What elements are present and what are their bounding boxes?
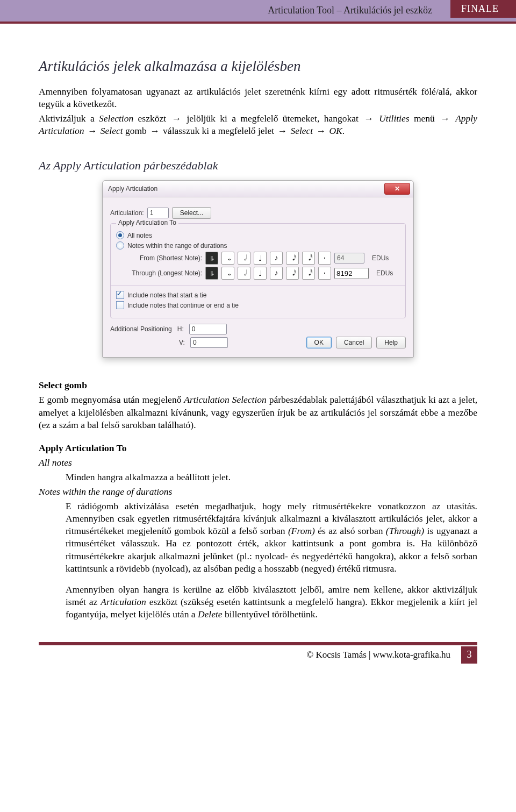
ok-button[interactable]: OK — [306, 337, 332, 348]
note-quarter-icon[interactable]: ♩ — [254, 252, 267, 265]
select-heading: Select gomb — [39, 379, 477, 391]
page-footer: © Kocsis Tamás | www.kota-grafika.hu 3 — [39, 642, 477, 664]
note-sixteenth-icon-2[interactable]: 𝅘𝅥𝅯 — [286, 267, 299, 280]
note-thirtysecond-icon-2[interactable]: 𝅘𝅥𝅰 — [302, 267, 315, 280]
note-double-whole-icon[interactable]: |𝅝| — [205, 252, 218, 265]
from-label: From (Shortest Note): — [127, 254, 202, 262]
checkbox-end-tie[interactable] — [116, 301, 124, 309]
apply-to-heading: Apply Articulation To — [39, 442, 477, 454]
through-label: Through (Longest Note): — [127, 269, 202, 277]
note-quarter-icon-2[interactable]: ♩ — [254, 267, 267, 280]
intro-paragraph-2: Aktivizáljuk a Selection eszközt → jelöl… — [39, 112, 477, 137]
checkbox-start-tie-label: Include notes that start a tie — [127, 291, 206, 299]
pos-v-input[interactable] — [190, 337, 228, 348]
intro-paragraph-1: Amennyiben folyamatosan ugyanazt az arti… — [39, 86, 477, 110]
page-header: Articulation Tool – Artikulációs jel esz… — [0, 0, 516, 24]
close-button[interactable]: ✕ — [384, 183, 410, 195]
all-notes-desc: Minden hangra alkalmazza a beállított je… — [66, 471, 477, 483]
note-double-whole-icon-2[interactable]: |𝅝| — [205, 267, 218, 280]
footer-text: © Kocsis Tamás | www.kota-grafika.hu — [306, 650, 450, 660]
note-thirtysecond-icon[interactable]: 𝅘𝅥𝅰 — [302, 252, 315, 265]
select-button[interactable]: Select... — [172, 207, 211, 219]
pos-h-input[interactable] — [189, 324, 227, 334]
range-label: Notes within the range of durations — [39, 486, 477, 498]
divider — [111, 285, 405, 286]
select-paragraph: E gomb megnyomása után megjelenő Articul… — [39, 394, 477, 431]
through-edus-label: EDUs — [376, 269, 393, 277]
apply-articulation-dialog: Apply Articulation ✕ Articulation: Selec… — [102, 180, 414, 358]
note-whole-icon-2[interactable]: 𝅝 — [221, 267, 234, 280]
additional-positioning-label: Additional Positioning — [110, 325, 172, 333]
dialog-titlebar[interactable]: Apply Articulation ✕ — [103, 181, 413, 197]
pos-h-label: H: — [177, 325, 184, 333]
from-edus-input[interactable] — [334, 253, 364, 263]
section-title-2: Az Apply Articulation párbeszédablak — [39, 159, 477, 173]
group-legend: Apply Articulation To — [116, 219, 178, 226]
page-number: 3 — [461, 646, 477, 664]
checkbox-start-tie[interactable] — [116, 291, 124, 299]
note-dot-icon[interactable]: · — [318, 252, 331, 265]
range-paragraph-1: E rádiógomb aktivizálása esetén megadhat… — [66, 500, 477, 575]
cancel-button[interactable]: Cancel — [336, 337, 372, 348]
note-whole-icon[interactable]: 𝅝 — [221, 252, 234, 265]
note-half-icon[interactable]: 𝅗𝅥 — [238, 252, 250, 265]
articulation-input[interactable] — [147, 208, 169, 218]
radio-all-notes-label: All notes — [127, 232, 152, 239]
range-paragraph-2: Amennyiben olyan hangra is kerülne az el… — [66, 583, 477, 621]
dialog-title: Apply Articulation — [108, 185, 157, 193]
header-title: Articulation Tool – Artikulációs jel esz… — [268, 2, 438, 16]
through-edus-input[interactable] — [334, 268, 369, 279]
note-half-icon-2[interactable]: 𝅗𝅥 — [238, 267, 250, 280]
from-edus-label: EDUs — [372, 254, 389, 262]
note-eighth-icon-2[interactable]: ♪ — [270, 267, 283, 280]
articulation-label: Articulation: — [110, 209, 144, 217]
pos-v-label: V: — [179, 339, 185, 346]
help-button[interactable]: Help — [376, 337, 406, 348]
radio-range[interactable] — [116, 241, 124, 250]
note-sixteenth-icon[interactable]: 𝅘𝅥𝅯 — [286, 252, 299, 265]
radio-all-notes[interactable] — [116, 231, 124, 239]
radio-range-label: Notes within the range of durations — [127, 242, 227, 250]
note-eighth-icon[interactable]: ♪ — [270, 252, 283, 265]
checkbox-end-tie-label: Include notes that continue or end a tie — [127, 302, 239, 309]
all-notes-label: All notes — [39, 457, 477, 469]
section-title-1: Artikulációs jelek alkalmazása a kijelöl… — [39, 58, 477, 75]
close-icon: ✕ — [395, 185, 400, 193]
note-dot-icon-2[interactable]: · — [318, 267, 331, 280]
header-badge: FINALE — [450, 0, 516, 18]
apply-to-group: Apply Articulation To All notes Notes wi… — [110, 223, 406, 318]
